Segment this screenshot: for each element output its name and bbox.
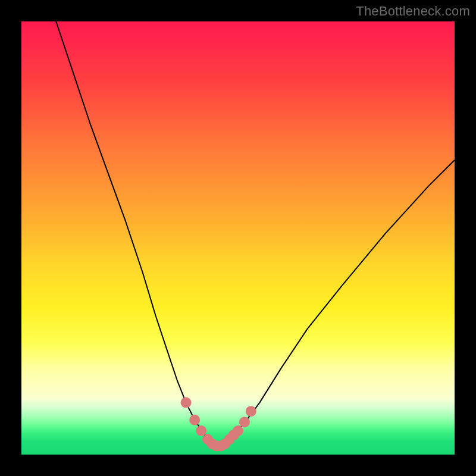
marker-dot <box>239 416 250 427</box>
marker-dot <box>189 415 200 425</box>
chart-svg <box>21 21 455 455</box>
watermark-text: TheBottleneck.com <box>356 4 470 19</box>
marker-dot <box>196 425 206 436</box>
marker-dot <box>181 397 192 408</box>
marker-dot <box>233 425 243 436</box>
chart-frame: TheBottleneck.com <box>0 0 476 476</box>
marker-group <box>181 397 256 452</box>
plot-area <box>21 21 455 455</box>
bottleneck-curve <box>56 21 455 446</box>
marker-dot <box>246 406 256 416</box>
